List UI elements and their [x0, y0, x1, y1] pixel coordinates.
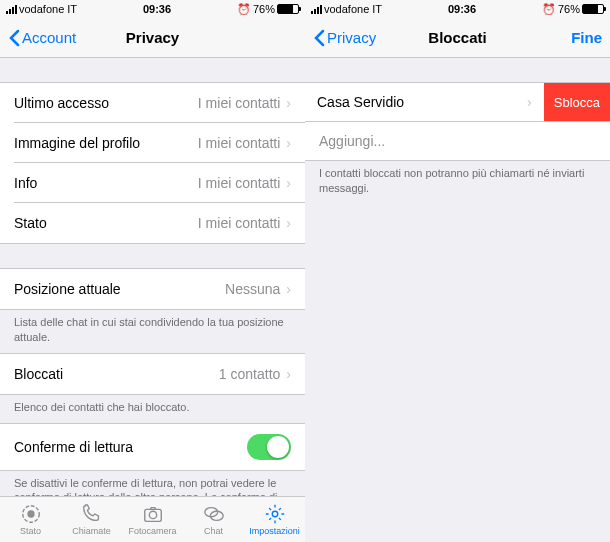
- blocked-caption: Elenco dei contatti che hai bloccato.: [0, 395, 305, 423]
- battery-icon: [277, 4, 299, 14]
- status-time: 09:36: [143, 3, 171, 15]
- privacy-content[interactable]: Ultimo accesso I miei contatti› Immagine…: [0, 58, 305, 496]
- row-label: Stato: [14, 215, 47, 231]
- status-bar: vodafone IT 09:36 ⏰ 76%: [0, 0, 305, 18]
- read-receipts-row: Conferme di lettura: [0, 424, 305, 470]
- nav-title: Bloccati: [428, 29, 486, 46]
- battery-icon: [582, 4, 604, 14]
- read-receipts-caption: Se disattivi le conferme di lettura, non…: [0, 471, 305, 496]
- svg-point-5: [210, 511, 223, 520]
- nav-bar: Privacy Bloccati Fine: [305, 18, 610, 58]
- back-label: Privacy: [327, 29, 376, 46]
- chevron-right-icon: ›: [286, 215, 291, 231]
- signal-icon: [6, 5, 17, 14]
- camera-icon: [142, 503, 164, 525]
- tab-camera[interactable]: Fotocamera: [122, 497, 183, 542]
- live-location-caption: Lista delle chat in cui stai condividend…: [0, 310, 305, 353]
- tab-label: Chiamate: [72, 526, 111, 536]
- alarm-icon: ⏰: [237, 3, 251, 16]
- chevron-left-icon: [8, 29, 20, 47]
- status-row[interactable]: Stato I miei contatti›: [0, 203, 305, 243]
- row-value: I miei contatti: [198, 95, 280, 111]
- row-label: Info: [14, 175, 37, 191]
- row-value: I miei contatti: [198, 175, 280, 191]
- chevron-right-icon: ›: [286, 281, 291, 297]
- row-label: Ultimo accesso: [14, 95, 109, 111]
- blocked-info-caption: I contatti bloccati non potranno più chi…: [305, 161, 610, 204]
- signal-icon: [311, 5, 322, 14]
- info-row[interactable]: Info I miei contatti›: [14, 163, 305, 203]
- tab-status[interactable]: Stato: [0, 497, 61, 542]
- svg-point-3: [149, 511, 156, 518]
- alarm-icon: ⏰: [542, 3, 556, 16]
- privacy-screen: vodafone IT 09:36 ⏰ 76% Account Privacy …: [0, 0, 305, 542]
- tab-label: Fotocamera: [128, 526, 176, 536]
- status-bar: vodafone IT 09:36 ⏰ 76%: [305, 0, 610, 18]
- row-label: Bloccati: [14, 366, 63, 382]
- row-value: 1 contatto: [219, 366, 281, 382]
- svg-point-1: [27, 510, 34, 517]
- contact-name: Casa Servidio: [317, 94, 404, 110]
- back-button[interactable]: Account: [8, 29, 76, 47]
- blocked-content[interactable]: Casa Servidio › Sblocca Aggiungi... I co…: [305, 58, 610, 542]
- chevron-left-icon: [313, 29, 325, 47]
- chevron-right-icon: ›: [286, 175, 291, 191]
- phone-icon: [81, 503, 103, 525]
- done-button[interactable]: Fine: [571, 29, 602, 46]
- gear-icon: [264, 503, 286, 525]
- row-value: I miei contatti: [198, 135, 280, 151]
- tab-settings[interactable]: Impostazioni: [244, 497, 305, 542]
- status-time: 09:36: [448, 3, 476, 15]
- blocked-contact-row: Casa Servidio › Sblocca: [305, 82, 610, 122]
- row-label: Conferme di lettura: [14, 439, 133, 455]
- status-icon: [20, 503, 42, 525]
- row-label: Posizione attuale: [14, 281, 121, 297]
- live-location-row[interactable]: Posizione attuale Nessuna›: [0, 269, 305, 309]
- blocked-contact-cell[interactable]: Casa Servidio ›: [305, 83, 544, 121]
- tab-label: Stato: [20, 526, 41, 536]
- last-seen-row[interactable]: Ultimo accesso I miei contatti›: [14, 83, 305, 123]
- svg-point-6: [272, 511, 278, 517]
- carrier-label: vodafone IT: [19, 3, 77, 15]
- chevron-right-icon: ›: [527, 94, 532, 110]
- battery-label: 76%: [253, 3, 275, 15]
- row-value: Nessuna: [225, 281, 280, 297]
- nav-bar: Account Privacy: [0, 18, 305, 58]
- tab-label: Impostazioni: [249, 526, 300, 536]
- chevron-right-icon: ›: [286, 95, 291, 111]
- chevron-right-icon: ›: [286, 366, 291, 382]
- back-label: Account: [22, 29, 76, 46]
- add-new-row[interactable]: Aggiungi...: [305, 122, 610, 161]
- tab-bar: Stato Chiamate Fotocamera Chat Impostazi…: [0, 496, 305, 542]
- chat-icon: [203, 503, 225, 525]
- row-label: Immagine del profilo: [14, 135, 140, 151]
- tab-chat[interactable]: Chat: [183, 497, 244, 542]
- tab-label: Chat: [204, 526, 223, 536]
- read-receipts-toggle[interactable]: [247, 434, 291, 460]
- chevron-right-icon: ›: [286, 135, 291, 151]
- nav-title: Privacy: [126, 29, 179, 46]
- unblock-button[interactable]: Sblocca: [544, 83, 610, 121]
- tab-calls[interactable]: Chiamate: [61, 497, 122, 542]
- row-value: I miei contatti: [198, 215, 280, 231]
- svg-point-4: [204, 508, 217, 517]
- blocked-screen: vodafone IT 09:36 ⏰ 76% Privacy Bloccati…: [305, 0, 610, 542]
- carrier-label: vodafone IT: [324, 3, 382, 15]
- battery-label: 76%: [558, 3, 580, 15]
- back-button[interactable]: Privacy: [313, 29, 376, 47]
- profile-photo-row[interactable]: Immagine del profilo I miei contatti›: [14, 123, 305, 163]
- blocked-row[interactable]: Bloccati 1 contatto›: [0, 354, 305, 394]
